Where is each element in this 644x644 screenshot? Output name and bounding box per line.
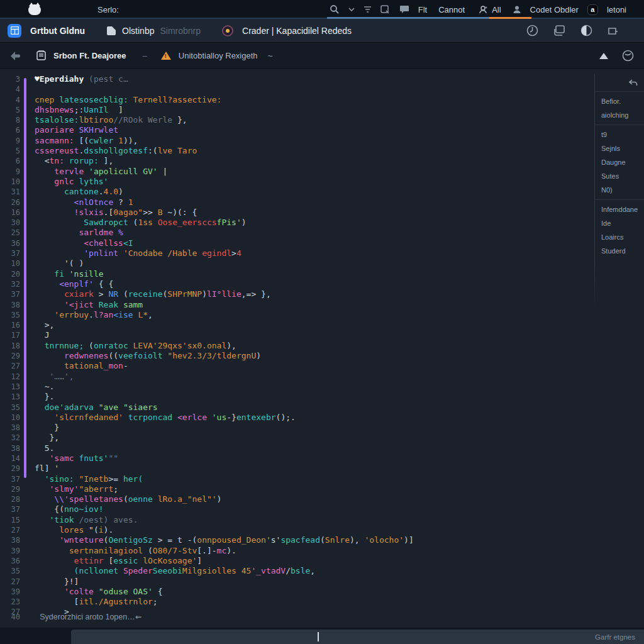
code-line: ~. — [35, 382, 644, 392]
line-number: 36 — [0, 556, 20, 566]
code-line: tervle 'apolicull GV' | — [35, 167, 644, 177]
code-line: 'errbuy.l?an<ise L*, — [35, 310, 644, 320]
tab-document-icon — [106, 26, 116, 36]
code-line: doe'adarva "ave "siaers — [35, 402, 644, 413]
code-line: cxiark > NR (receine(SHPrMNP)lI°llie,=> … — [35, 289, 644, 299]
repo-name[interactable]: Srbon Ft. Deajoree — [53, 51, 126, 60]
breadcrumb-dash: – — [143, 51, 147, 60]
doc-tab-label-dim: Simrobnrp — [160, 26, 201, 36]
line-number: 37 — [0, 504, 20, 514]
line-number: 27 — [0, 525, 20, 535]
code-line: }, — [35, 433, 644, 443]
chat-icon[interactable] — [399, 5, 409, 14]
line-number: 26 — [0, 197, 20, 208]
back-arrow-icon[interactable] — [9, 50, 23, 62]
sidebar-item[interactable]: Befior. — [595, 94, 644, 108]
code-line: fl] ' — [35, 464, 644, 474]
code-line: tsalolse:lbtiroo//ROok Werle }, — [35, 115, 644, 125]
agent-icon — [479, 5, 488, 14]
line-number: 35 — [0, 566, 20, 576]
projects-icon[interactable] — [380, 5, 391, 14]
avatar[interactable]: a — [587, 4, 598, 15]
line-number: 38 — [0, 535, 20, 545]
reply-arrow-icon[interactable] — [628, 79, 638, 86]
sidebar-item[interactable]: Loaircs — [595, 230, 644, 244]
brand-title[interactable]: Grtbut Gldnu — [30, 26, 85, 36]
code-line: \\'spelletanes(oenne lRo.a_"nel"') — [35, 494, 644, 504]
line-number: 27 — [0, 361, 20, 371]
octocat-logo-icon[interactable] — [28, 4, 41, 15]
line-number: 6 — [0, 125, 20, 135]
doc-tab-label[interactable]: Olstinbp — [122, 26, 154, 36]
code-line: gnlc lyths' — [35, 177, 644, 187]
sidebar-item[interactable]: aiolching — [595, 108, 644, 122]
line-number: 37 — [0, 248, 20, 258]
sidebar-item[interactable]: Infemddane — [595, 203, 644, 216]
code-line: ♥Eperdiahy (pest c… — [35, 74, 644, 84]
command-input[interactable]: Garfr etgnes — [71, 630, 644, 644]
code-line: Sawdropct (1ss Oose_eersccsfPis') — [35, 218, 644, 228]
code-line: ettinr [essic lOcKosoage'] — [35, 556, 644, 566]
line-number: 4 — [0, 95, 20, 105]
clock-icon[interactable] — [526, 25, 538, 36]
flt-menu-item[interactable]: Flt — [418, 5, 427, 14]
sidebar-group: InfemddaneIdeLoaircsStuderd — [595, 200, 644, 260]
line-number: 36 — [0, 238, 20, 248]
code-line: !slxis.[0agao">> B ~)(: { — [35, 208, 644, 218]
line-number: 5 — [0, 146, 20, 156]
sidebar-item[interactable]: Sutes — [595, 169, 644, 183]
line-number: 30 — [0, 218, 20, 228]
line-number: 38 — [0, 300, 20, 310]
code-line: cssereust.dsshollgotesf:(lve Taro — [35, 146, 644, 156]
code-line: sertnanilagiool (O80/7-Stv[.]-mc). — [35, 546, 644, 556]
line-number: 39 — [0, 587, 20, 597]
code-line: '( ) — [35, 258, 644, 269]
search-icon[interactable] — [330, 4, 340, 14]
code-line: lores "(i). — [35, 525, 644, 535]
stack-icon[interactable] — [553, 25, 565, 36]
code-line: }!] — [35, 577, 644, 587]
filter-icon[interactable] — [364, 6, 372, 13]
tab-all-active-underline — [489, 17, 531, 19]
line-number: 35 — [0, 310, 20, 320]
line-number: 39 — [0, 546, 20, 556]
code-editor[interactable]: 3445869569103126163025363710203237383516… — [0, 69, 644, 628]
line-number: 35 — [0, 402, 20, 413]
chevron-down-icon[interactable] — [348, 8, 355, 12]
code-line: <enplf' { { — [35, 279, 644, 289]
line-number: 32 — [0, 433, 20, 443]
sidebar-item[interactable]: N0) — [595, 183, 644, 197]
tab-cannot-underline — [327, 17, 489, 19]
code-line: 'samc fnuts'"" — [35, 453, 644, 464]
sidebar-item[interactable]: t9 — [595, 128, 644, 142]
text-caret — [318, 632, 319, 641]
top-bar: Serlo: Flt Cannot All Codet Obdler a — [0, 0, 644, 19]
code-line: 'colte "oduse OAS' { — [35, 587, 644, 597]
code-line: '<jict Reak samm — [35, 300, 644, 310]
status-circle-icon[interactable] — [622, 50, 634, 62]
code-line: 'slmy'"aberrt; — [35, 484, 644, 494]
sidebar-item[interactable]: Studerd — [595, 244, 644, 258]
issue-target-icon — [222, 25, 233, 36]
line-number: 37 — [0, 289, 20, 299]
code-line: <tn: rorup: ], — [35, 156, 644, 166]
tab-cannot[interactable]: Cannot — [436, 0, 467, 19]
code-line: '……', — [35, 372, 644, 382]
code-line: [itl./Agustrnlor; — [35, 597, 644, 607]
window-restore-icon[interactable] — [608, 26, 619, 36]
line-number: 4 — [0, 84, 20, 94]
sidebar-item[interactable]: Sejnls — [595, 142, 644, 155]
line-number: 29 — [0, 484, 20, 494]
sidebar-item[interactable]: Daugne — [595, 155, 644, 169]
branch-name[interactable]: Unitobtialloy Rexigeth — [179, 51, 258, 60]
line-number: 32 — [0, 279, 20, 289]
theme-contrast-icon[interactable] — [580, 25, 592, 36]
user-icon[interactable] — [513, 5, 521, 14]
app-icon[interactable] — [8, 24, 21, 38]
collapse-up-icon[interactable] — [599, 53, 608, 59]
sidebar-item[interactable]: Ide — [595, 216, 644, 230]
tab-all[interactable]: All — [476, 0, 503, 19]
line-number: 10 — [0, 413, 20, 423]
sidebar-group: t9SejnlsDaugneSutesN0) — [595, 125, 644, 200]
code-line: 'tiok /oest) aves. — [35, 515, 644, 525]
